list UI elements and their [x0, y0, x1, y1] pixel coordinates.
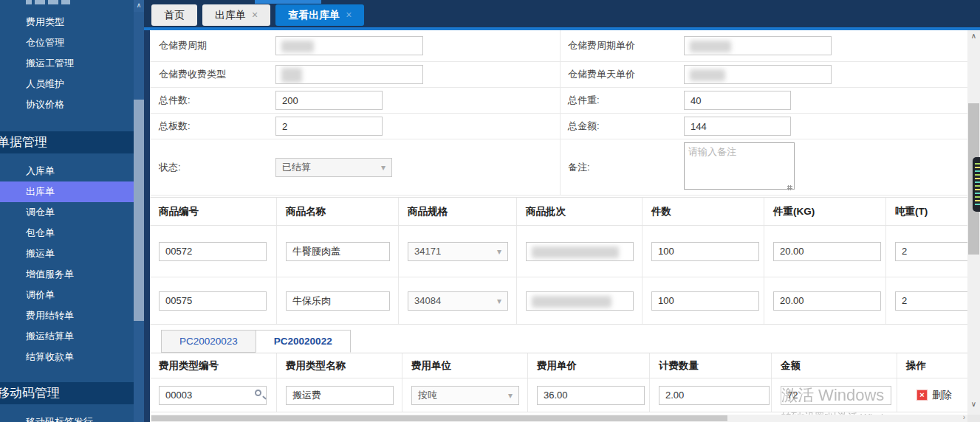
product-qty-input[interactable] — [651, 242, 759, 261]
total-boards-input[interactable] — [275, 117, 383, 136]
sidebar-item-transfer[interactable]: 调仓单 — [0, 202, 134, 223]
chevron-down-icon: ▾ — [497, 296, 501, 306]
sidebar-item-personnel[interactable]: 人员维护 — [0, 74, 134, 94]
close-icon[interactable]: × — [252, 9, 258, 21]
product-tons-input[interactable] — [895, 291, 967, 311]
storage-fee-type-input[interactable] — [275, 65, 423, 84]
remark-textarea[interactable] — [684, 142, 795, 190]
status-select[interactable]: 已结算 ▾ — [275, 158, 392, 177]
sidebar-item-settle-receipt[interactable]: 结算收款单 — [0, 347, 134, 367]
sidebar-section-mobile-code[interactable]: 移动码管理 — [0, 382, 144, 404]
tab-outbound[interactable]: 出库单× — [202, 4, 270, 26]
sidebar-item-handling-settle[interactable]: 搬运结算单 — [0, 326, 134, 347]
edge-mini-widget[interactable] — [973, 157, 980, 212]
field-label: 备注: — [561, 161, 684, 174]
fee-name-input[interactable] — [286, 386, 394, 405]
product-weight-input[interactable] — [773, 242, 881, 261]
total-weight-input[interactable] — [684, 91, 791, 110]
table-row: 34171 ▾ — [150, 226, 967, 277]
redaction-blur — [532, 296, 611, 308]
total-amount-input[interactable] — [684, 117, 791, 136]
tab-view-outbound-label: 查看出库单 — [288, 9, 340, 21]
fee-amount-input[interactable] — [781, 386, 891, 405]
col-header: 金额 — [772, 353, 897, 378]
spec-value: 34171 — [414, 246, 441, 257]
sidebar-group-top: 费用类型 仓位管理 搬运工管理 人员维护 协议价格 — [0, 12, 134, 115]
product-table: 商品编号 商品名称 商品规格 商品批次 件数 件重(KG) 吨重(T) 3417… — [150, 197, 967, 325]
field-label: 总金额: — [561, 120, 684, 133]
redaction-blur — [281, 68, 302, 83]
close-icon[interactable]: × — [346, 9, 352, 21]
fee-code-input[interactable] — [159, 386, 267, 405]
top-tab-bar: 首页 出库单× 查看出库单× — [144, 0, 980, 27]
sidebar-scrollbar[interactable]: ∧ — [134, 0, 144, 422]
product-qty-input[interactable] — [651, 291, 759, 311]
col-header: 商品名称 — [277, 198, 399, 225]
sidebar-item-handling[interactable]: 搬运单 — [0, 243, 134, 264]
sidebar-item-bin-mgmt[interactable]: 仓位管理 — [0, 32, 134, 53]
sidebar-item-agreement-price[interactable]: 协议价格 — [0, 94, 134, 115]
product-name-input[interactable] — [286, 242, 390, 261]
col-header: 商品规格 — [399, 198, 517, 225]
sidebar-item-fee-carryover[interactable]: 费用结转单 — [0, 305, 134, 326]
search-icon[interactable] — [255, 390, 261, 396]
sidebar-item-porter-mgmt[interactable]: 搬运工管理 — [0, 53, 134, 74]
redaction-blur — [281, 41, 314, 52]
fee-tab-pc20020022[interactable]: PC20020022 — [256, 330, 351, 353]
sidebar-scroll-thumb[interactable] — [134, 100, 144, 321]
sidebar-section-doc-mgmt[interactable]: 单据管理 — [0, 131, 144, 153]
product-weight-input[interactable] — [773, 291, 881, 311]
product-tons-input[interactable] — [895, 242, 967, 261]
col-header: 件数 — [643, 198, 764, 225]
product-batch-input[interactable] — [526, 242, 634, 261]
redaction-blur — [690, 69, 725, 81]
sidebar-item-fee-type[interactable]: 费用类型 — [0, 12, 134, 32]
field-label: 总件数: — [150, 94, 275, 107]
product-code-input[interactable] — [159, 242, 267, 261]
fee-tab-pc20020023[interactable]: PC20020023 — [161, 330, 256, 353]
content-horizontal-scrollbar[interactable]: › — [150, 415, 967, 422]
scroll-right-icon[interactable]: › — [963, 413, 965, 421]
product-spec-select[interactable]: 34084 ▾ — [408, 291, 508, 311]
form-row-4: 总板数: 总金额: — [150, 114, 967, 139]
content-vertical-scrollbar[interactable]: ∧ ∨ — [967, 30, 980, 422]
sidebar-item-value-added[interactable]: 增值服务单 — [0, 264, 134, 285]
col-header: 费用单位 — [402, 353, 528, 378]
horizontal-scroll-thumb[interactable] — [151, 415, 727, 421]
scroll-down-icon[interactable]: ∨ — [967, 398, 980, 410]
product-name-input[interactable] — [286, 291, 390, 311]
product-header-row: 商品编号 商品名称 商品规格 商品批次 件数 件重(KG) 吨重(T) — [150, 198, 967, 226]
outbound-detail-panel: 仓储费周期 仓储费周期单价 仓储费收费类型 仓储费单天单价 总件数: 总件重: … — [150, 30, 967, 415]
field-label: 仓储费周期 — [150, 39, 275, 52]
delete-button[interactable]: × 删除 — [916, 389, 952, 402]
total-pieces-input[interactable] — [275, 91, 383, 110]
sidebar-item-outbound[interactable]: 出库单 — [0, 181, 134, 202]
storage-day-price-input[interactable] — [684, 65, 832, 84]
form-row-3: 总件数: 总件重: — [150, 88, 967, 114]
tab-home-label: 首页 — [164, 9, 185, 21]
scroll-up-icon[interactable]: ∧ — [967, 30, 980, 42]
sidebar-group-mobile: 移动码标签发行 — [0, 412, 134, 422]
fee-unit-select[interactable]: 按吨 ▾ — [411, 386, 519, 405]
col-header: 计费数量 — [650, 353, 772, 378]
redaction-blur — [690, 41, 731, 52]
fee-qty-input[interactable] — [659, 386, 770, 405]
sidebar-item-price-adjust[interactable]: 调价单 — [0, 285, 134, 305]
storage-cycle-price-input[interactable] — [684, 36, 832, 55]
field-label: 总板数: — [150, 120, 275, 133]
product-code-input[interactable] — [159, 291, 267, 311]
product-spec-select[interactable]: 34171 ▾ — [408, 242, 508, 261]
tab-home[interactable]: 首页 — [151, 4, 197, 26]
storage-cycle-input[interactable] — [275, 36, 423, 55]
chevron-down-icon: ▾ — [497, 246, 501, 257]
product-batch-input[interactable] — [526, 291, 634, 311]
sidebar-scroll-up-icon[interactable]: ∧ — [134, 0, 144, 12]
col-header: 件重(KG) — [764, 198, 886, 225]
delete-label: 删除 — [932, 389, 952, 402]
fee-header-row: 费用类型编号 费用类型名称 费用单位 费用单价 计费数量 金额 操作 — [150, 353, 967, 378]
sidebar-item-mobile-label[interactable]: 移动码标签发行 — [0, 412, 134, 422]
fee-price-input[interactable] — [537, 386, 645, 405]
sidebar-item-inbound[interactable]: 入库单 — [0, 161, 134, 181]
tab-view-outbound[interactable]: 查看出库单× — [275, 4, 364, 26]
sidebar-item-whole-warehouse[interactable]: 包仓单 — [0, 223, 134, 243]
